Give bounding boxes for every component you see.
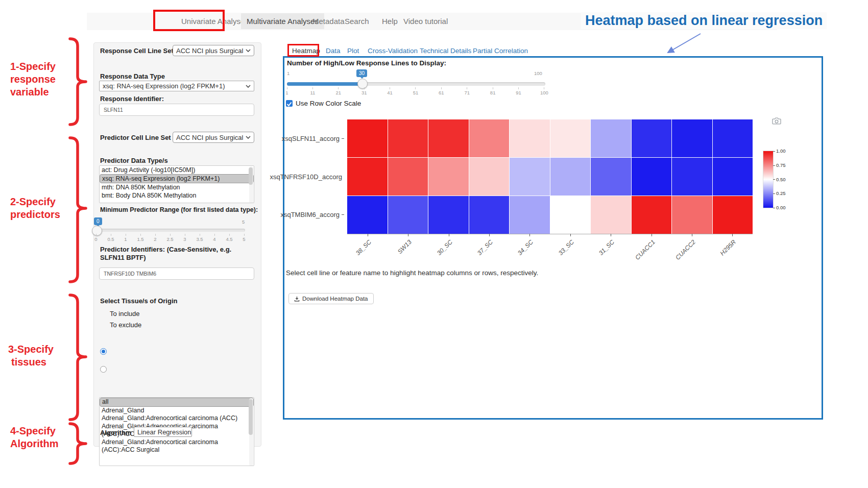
camera-icon[interactable] — [772, 117, 781, 127]
nav-item-video-tutorial[interactable]: Video tutorial — [403, 17, 448, 26]
response-data-type-value: xsq: RNA-seq Expression (log2 FPKM+1) — [103, 82, 225, 90]
tissue-origin-label: Select Tissue/s of Origin — [100, 297, 177, 305]
tab-technical-details[interactable]: Technical Details — [420, 47, 471, 55]
option-all[interactable]: all — [100, 398, 254, 407]
nav-item-help[interactable]: Help — [382, 17, 398, 26]
heatmap-col-label-sw13[interactable]: SW13 — [396, 238, 413, 255]
option-adrenal-gland-adrenocortical-carcinoma-a[interactable]: Adrenal_Gland:Adrenocortical carcinoma (… — [100, 414, 254, 423]
chevron-down-icon — [246, 49, 251, 52]
download-heatmap-data-button[interactable]: Download Heatmap Data — [288, 293, 374, 304]
annotation-step4: 4-SpecifyAlgorithm — [10, 425, 58, 450]
nav-item-search[interactable]: Search — [345, 17, 369, 26]
heatmap-x-tick — [570, 234, 571, 236]
annotation-step2: 2-Specifypredictors — [10, 196, 60, 221]
scrollbar-track[interactable] — [249, 398, 253, 466]
tab-cross-validation[interactable]: Cross-Validation — [368, 47, 418, 55]
heatmap-row-label-xsqslfn11-accorg[interactable]: xsqSLFN11_accorg — [274, 119, 344, 158]
heatmap-cell-xsqtmbim6-accorg-38-sc — [347, 196, 388, 234]
min-range-max-label: 5 — [242, 219, 245, 225]
scrollbar-thumb[interactable] — [249, 167, 253, 185]
nav-item-multivariate-analyses[interactable]: Multivariate Analyses — [241, 13, 324, 29]
check-icon — [286, 101, 293, 107]
heatmap-row-label-xsqtnfrsf10d-accorg[interactable]: xsqTNFRSF10D_accorg — [274, 158, 344, 196]
heatmap-col-label-38-sc[interactable]: 38_SC — [354, 238, 373, 257]
option-mth-dna-850k-methylation[interactable]: mth: DNA 850K Methylation — [100, 183, 254, 191]
heatmap-x-tick — [652, 234, 652, 236]
colorbar-tick-1.00: 1.00 — [773, 148, 786, 154]
heatmap-col-label-33-sc[interactable]: 33_SC — [557, 238, 575, 257]
heatmap-cell-xsqslfn11-accorg-30-sc — [428, 119, 469, 157]
heatmap-cell-xsqtnfrsf10d-accorg-33-sc — [550, 158, 591, 196]
heatmap-cell-xsqslfn11-accorg-33-sc — [550, 119, 591, 157]
min-range-value-badge: 0 — [94, 217, 102, 225]
response-cell-line-set-select[interactable]: ACC NCI plus Surgical — [173, 45, 254, 56]
heatmap-col-label-h295r[interactable]: H295R — [719, 238, 737, 257]
min-range-slider-track[interactable] — [96, 229, 245, 232]
tissue-exclude-radio[interactable] — [100, 366, 107, 373]
option-xsq-rna-seq-expression-log2-fpkm-1[interactable]: xsq: RNA-seq Expression (log2 FPKM+1) — [100, 174, 254, 183]
heatmap-col-label-34-sc[interactable]: 34_SC — [516, 238, 535, 257]
nav-item-univariate-analyses[interactable]: Univariate Analyses — [181, 17, 249, 26]
option-adrenal-gland-adrenocortical-carcinoma-a[interactable]: Adrenal_Gland:Adrenocortical carcinoma (… — [100, 438, 254, 454]
heatmap-grid — [347, 119, 753, 234]
response-data-type-select[interactable]: xsq: RNA-seq Expression (log2 FPKM+1) — [99, 81, 254, 91]
option-bmt-body-dna-850k-methylation[interactable]: bmt: Body DNA 850K Methylation — [100, 191, 254, 200]
predictor-data-types-label: Predictor Data Type/s — [100, 157, 168, 164]
annotation-title: Heatmap based on linear regression — [581, 12, 827, 29]
heatmap-cell-xsqtmbim6-accorg-cuacc2 — [672, 196, 712, 234]
heatmap-col-label-37-sc[interactable]: 37_SC — [476, 238, 494, 257]
heatmap-row-labels: xsqSLFN11_accorgxsqTNFRSF10D_accorgxsqTM… — [274, 119, 344, 234]
tissue-include-radio[interactable] — [100, 348, 107, 355]
tab-plot[interactable]: Plot — [347, 47, 359, 55]
heatmap-x-tick — [408, 234, 408, 236]
heatmap-x-tick — [692, 234, 692, 236]
heatmap-x-axis: 38_SCSW1330_SC37_SC34_SC33_SC31_SCCUACC1… — [347, 234, 753, 264]
annotation-arrow — [668, 34, 701, 53]
heatmap-row-label-xsqtmbim6-accorg[interactable]: xsqTMBIM6_accorg — [274, 196, 344, 234]
heatmap-cell-xsqtmbim6-accorg-31-sc — [591, 196, 631, 234]
tab-heatmap[interactable]: Heatmap — [292, 47, 320, 55]
scrollbar-thumb[interactable] — [249, 399, 253, 435]
lines-slider-track[interactable] — [287, 82, 545, 86]
tab-data[interactable]: Data — [326, 47, 341, 55]
heatmap-col-label-cuacc1[interactable]: CUACC1 — [634, 238, 657, 261]
heatmap-col-label-31-sc[interactable]: 31_SC — [597, 238, 616, 257]
heatmap-cell-xsqtnfrsf10d-accorg-34-sc — [510, 158, 550, 196]
heatmap-cell-xsqslfn11-accorg-37-sc — [469, 119, 510, 157]
use-row-color-scale-checkbox[interactable] — [286, 100, 293, 107]
heatmap-x-tick — [489, 234, 490, 236]
heatmap-col-label-cuacc2[interactable]: CUACC2 — [674, 238, 697, 261]
heatmap-cell-xsqslfn11-accorg-sw13 — [388, 119, 428, 157]
option-act-drug-activity-log10-ic50m[interactable]: act: Drug Activity (-log10[IC50M]) — [100, 166, 254, 174]
predictor-identifiers-input[interactable] — [99, 267, 254, 280]
colorbar-ticks: 1.000.750.500.250.00 — [773, 151, 793, 212]
algorithm-select[interactable]: Linear Regression — [134, 427, 192, 437]
heatmap-cell-xsqtnfrsf10d-accorg-sw13 — [388, 158, 428, 196]
lines-slider-value-badge: 30 — [356, 69, 367, 77]
download-button-label: Download Heatmap Data — [302, 296, 368, 302]
chevron-down-icon — [246, 85, 251, 88]
heatmap-cell-xsqtmbim6-accorg-33-sc — [550, 196, 591, 234]
heatmap-cell-xsqtmbim6-accorg-sw13 — [388, 196, 428, 234]
heatmap-col-label-30-sc[interactable]: 30_SC — [436, 238, 454, 257]
heatmap-cell-xsqtnfrsf10d-accorg-h295r — [713, 158, 753, 196]
heatmap-colorbar — [763, 151, 774, 208]
nav-item-metadata[interactable]: Metadata — [312, 17, 345, 26]
tissue-include-label: To include — [110, 310, 140, 318]
tab-partial-correlation[interactable]: Partial Correlation — [473, 47, 528, 55]
predictor-identifiers-label: Predictor Identifiers: (Case-Sensitive, … — [100, 246, 253, 262]
heatmap-cell-xsqslfn11-accorg-34-sc — [510, 119, 550, 157]
scrollbar-track[interactable] — [249, 166, 253, 203]
heatmap-cell-xsqtmbim6-accorg-34-sc — [510, 196, 550, 234]
min-range-slider-ticks: 00.511.522.533.544.55 — [96, 234, 244, 242]
response-identifier-input[interactable] — [99, 104, 254, 116]
heatmap-cell-xsqtmbim6-accorg-h295r — [713, 196, 753, 234]
colorbar-tick-0.50: 0.50 — [773, 177, 786, 182]
option-adrenal-gland[interactable]: Adrenal_Gland — [100, 407, 254, 415]
page: Univariate AnalysesMultivariate Analyses… — [0, 0, 868, 488]
heatmap-cell-xsqtnfrsf10d-accorg-31-sc — [591, 158, 631, 196]
predictor-cell-line-set-select[interactable]: ACC NCI plus Surgical — [173, 132, 254, 143]
heatmap-cell-xsqtnfrsf10d-accorg-cuacc2 — [672, 158, 712, 196]
use-row-color-scale-label: Use Row Color Scale — [296, 100, 361, 107]
heatmap-note: Select cell line or feature name to high… — [286, 269, 538, 277]
